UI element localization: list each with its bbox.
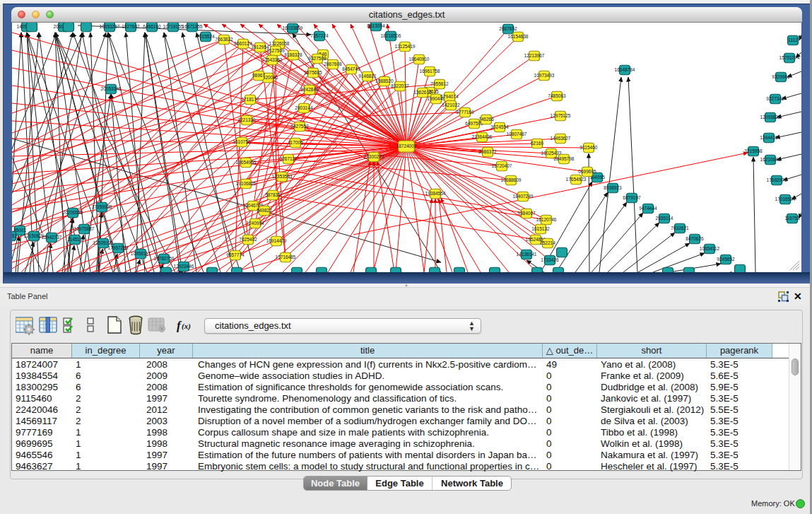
svg-text:2935114: 2935114 xyxy=(656,216,673,221)
svg-text:10543362: 10543362 xyxy=(262,57,283,62)
svg-text:12975125: 12975125 xyxy=(551,113,571,118)
svg-text:1610755: 1610755 xyxy=(233,139,251,144)
svg-text:12942737: 12942737 xyxy=(42,235,62,240)
svg-text:12923446: 12923446 xyxy=(174,264,194,269)
svg-text:1421022: 1421022 xyxy=(442,103,460,107)
svg-text:18640910: 18640910 xyxy=(409,57,430,62)
svg-text:1615132: 1615132 xyxy=(531,226,550,231)
svg-text:10975887: 10975887 xyxy=(74,226,95,231)
svg-text:8660124: 8660124 xyxy=(234,41,252,46)
svg-text:3875685: 3875685 xyxy=(304,70,322,75)
svg-text:9127509: 9127509 xyxy=(266,48,285,53)
svg-text:(x): (x) xyxy=(182,322,191,331)
svg-text:1733426: 1733426 xyxy=(541,257,559,262)
svg-text:20053346: 20053346 xyxy=(101,86,122,91)
svg-text:9384067: 9384067 xyxy=(517,211,536,216)
svg-text:9327508: 9327508 xyxy=(308,56,326,61)
svg-text:16154838: 16154838 xyxy=(508,34,529,39)
svg-text:16120746: 16120746 xyxy=(536,217,557,222)
svg-text:13716485: 13716485 xyxy=(276,255,296,259)
svg-text:16914479: 16914479 xyxy=(266,238,287,243)
svg-text:0699695: 0699695 xyxy=(578,169,596,174)
svg-text:19384554: 19384554 xyxy=(425,191,446,196)
svg-text:17692971: 17692971 xyxy=(767,177,787,182)
svg-text:7515524: 7515524 xyxy=(196,34,215,39)
svg-text:1588520: 1588520 xyxy=(375,78,394,83)
svg-text:9227342: 9227342 xyxy=(766,96,784,101)
svg-text:21300273: 21300273 xyxy=(364,154,384,159)
svg-text:98967: 98967 xyxy=(252,73,265,78)
svg-text:10025433: 10025433 xyxy=(541,151,562,156)
svg-text:9657774: 9657774 xyxy=(226,252,245,257)
svg-text:8242848: 8242848 xyxy=(300,87,319,92)
svg-text:3215958: 3215958 xyxy=(744,148,763,153)
svg-text:8938923: 8938923 xyxy=(604,185,622,190)
svg-text:12353593: 12353593 xyxy=(272,174,293,179)
svg-text:15720407: 15720407 xyxy=(492,163,512,168)
svg-text:1527602: 1527602 xyxy=(122,24,140,29)
svg-text:7663822: 7663822 xyxy=(215,37,233,42)
svg-text:114519: 114519 xyxy=(67,237,83,242)
svg-text:3267110: 3267110 xyxy=(280,156,298,161)
svg-text:20206558: 20206558 xyxy=(63,210,83,215)
svg-text:12213967: 12213967 xyxy=(524,53,545,58)
svg-text:13226058: 13226058 xyxy=(269,41,290,46)
svg-text:1240994: 1240994 xyxy=(246,221,264,226)
svg-text:8470626: 8470626 xyxy=(686,236,704,241)
svg-text:2803144: 2803144 xyxy=(295,105,313,110)
svg-text:10973493: 10973493 xyxy=(534,73,555,78)
svg-text:549822: 549822 xyxy=(257,208,272,213)
svg-text:10688609: 10688609 xyxy=(501,177,522,182)
svg-text:1221330: 1221330 xyxy=(237,117,256,122)
svg-text:9329966: 9329966 xyxy=(772,74,790,79)
svg-text:1362615: 1362615 xyxy=(413,90,432,95)
svg-text:17359938: 17359938 xyxy=(92,204,112,209)
svg-text:2986372: 2986372 xyxy=(478,149,497,154)
svg-text:1244415: 1244415 xyxy=(760,135,778,140)
svg-text:7357224: 7357224 xyxy=(310,33,329,38)
svg-text:19106825: 19106825 xyxy=(236,181,257,186)
svg-text:7485063: 7485063 xyxy=(548,93,566,98)
svg-text:17016504: 17016504 xyxy=(775,197,796,201)
svg-text:117005: 117005 xyxy=(288,140,303,145)
svg-text:39153: 39153 xyxy=(12,233,17,238)
svg-text:746266: 746266 xyxy=(478,117,494,122)
svg-text:7955812: 7955812 xyxy=(430,81,449,86)
svg-text:17654923: 17654923 xyxy=(566,177,587,182)
svg-text:18724007: 18724007 xyxy=(396,144,417,148)
svg-text:8427552: 8427552 xyxy=(290,124,309,129)
svg-text:9245652: 9245652 xyxy=(717,257,735,262)
svg-text:28495798: 28495798 xyxy=(554,156,575,161)
svg-text:10782759: 10782759 xyxy=(154,256,175,261)
svg-text:8322037: 8322037 xyxy=(391,83,409,88)
svg-text:10958117: 10958117 xyxy=(131,251,151,256)
svg-text:16671355: 16671355 xyxy=(182,24,203,29)
svg-text:12505135: 12505135 xyxy=(93,240,114,245)
svg-text:7632621: 7632621 xyxy=(671,226,689,230)
svg-text:19654955: 19654955 xyxy=(236,160,257,165)
svg-text:3024554: 3024554 xyxy=(490,124,509,129)
svg-text:18407249: 18407249 xyxy=(513,194,534,199)
svg-text:2867608: 2867608 xyxy=(324,62,342,66)
svg-text:10654112: 10654112 xyxy=(700,246,720,251)
svg-text:15751074: 15751074 xyxy=(779,55,800,60)
svg-text:9115460: 9115460 xyxy=(580,145,598,150)
svg-text:8454749: 8454749 xyxy=(342,66,360,71)
svg-text:587835: 587835 xyxy=(265,192,281,197)
svg-text:18218506: 18218506 xyxy=(381,33,401,38)
svg-text:6794074: 6794074 xyxy=(440,94,459,99)
svg-text:21364436: 21364436 xyxy=(472,134,493,139)
svg-text:8813054: 8813054 xyxy=(367,23,385,28)
svg-text:7625402: 7625402 xyxy=(239,237,257,242)
svg-text:10807487: 10807487 xyxy=(507,132,527,136)
svg-text:2687652: 2687652 xyxy=(499,26,517,31)
svg-text:8186328: 8186328 xyxy=(284,52,302,57)
svg-text:17957253: 17957253 xyxy=(108,245,129,250)
svg-text:1112: 1112 xyxy=(788,37,798,42)
svg-text:6879197: 6879197 xyxy=(623,195,641,200)
svg-text:10719155: 10719155 xyxy=(163,24,184,29)
svg-text:16033809: 16033809 xyxy=(283,25,303,30)
svg-text:10653267: 10653267 xyxy=(100,24,120,29)
svg-text:9474444: 9474444 xyxy=(639,206,657,211)
svg-text:13125419: 13125419 xyxy=(395,44,416,49)
